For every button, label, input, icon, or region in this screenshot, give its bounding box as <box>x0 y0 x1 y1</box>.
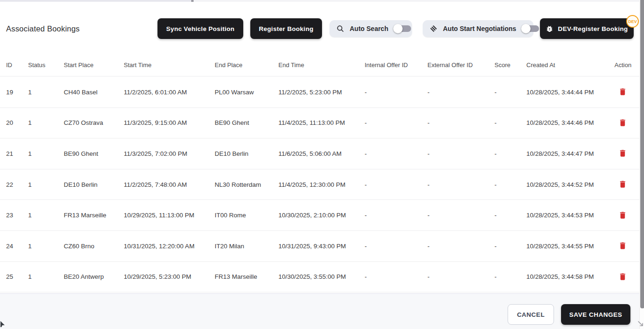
cell-internal-offer-id: - <box>365 243 427 250</box>
cell-external-offer-id: - <box>427 181 494 188</box>
delete-booking-button[interactable] <box>617 210 628 221</box>
cell-id: 20 <box>6 119 28 126</box>
cell-end-place: IT00 Rome <box>215 212 278 219</box>
cell-created-at: 10/28/2025, 3:44:53 PM <box>526 212 614 219</box>
cell-internal-offer-id: - <box>365 119 427 126</box>
cell-end-place: FR13 Marseille <box>215 273 278 280</box>
cell-start-time: 11/3/2025, 9:15:00 AM <box>124 119 215 126</box>
table-row: 25 1 BE20 Antwerp 10/29/2025, 5:23:00 PM… <box>0 262 639 293</box>
cell-end-time: 10/30/2025, 3:55:00 PM <box>278 273 365 280</box>
cell-internal-offer-id: - <box>365 150 427 157</box>
table-row: 19 1 CH40 Basel 11/2/2025, 6:01:00 AM PL… <box>0 77 639 108</box>
cell-created-at: 10/28/2025, 3:44:55 PM <box>526 243 614 250</box>
cell-score: - <box>494 212 526 219</box>
cell-id: 24 <box>6 243 28 250</box>
trash-icon <box>618 214 627 221</box>
cell-start-place: BE90 Ghent <box>64 150 124 157</box>
cell-end-place: NL30 Rotterdam <box>215 181 278 188</box>
cell-status: 1 <box>28 243 64 250</box>
table-row: 21 1 BE90 Ghent 11/3/2025, 7:02:00 PM DE… <box>0 138 639 169</box>
cell-internal-offer-id: - <box>365 212 427 219</box>
cell-start-time: 10/31/2025, 12:20:00 AM <box>124 243 215 250</box>
table-row: 20 1 CZ70 Ostrava 11/3/2025, 9:15:00 AM … <box>0 108 639 139</box>
delete-booking-button[interactable] <box>617 240 628 251</box>
cancel-button[interactable]: CANCEL <box>508 304 554 325</box>
trash-icon <box>618 275 627 283</box>
cell-score: - <box>494 273 526 280</box>
col-header-status: Status <box>28 61 64 69</box>
auto-search-switch[interactable] <box>393 24 411 33</box>
auto-start-negotiations-switch[interactable] <box>521 24 539 33</box>
auto-search-toggle-group[interactable]: Auto Search <box>329 20 412 37</box>
col-header-external-offer-id: External Offer ID <box>427 61 494 69</box>
cell-score: - <box>494 150 526 157</box>
col-header-start-place: Start Place <box>64 61 124 69</box>
cell-start-time: 11/2/2025, 6:01:00 AM <box>124 89 215 96</box>
trash-icon <box>618 152 627 159</box>
col-header-end-time: End Time <box>278 61 365 69</box>
col-header-id: ID <box>6 61 28 69</box>
dev-register-booking-button[interactable]: DEV-Register Booking <box>540 18 634 39</box>
cell-end-place: DE10 Berlin <box>215 150 278 157</box>
cell-external-offer-id: - <box>427 119 494 126</box>
auto-start-negotiations-label: Auto Start Negotiations <box>443 25 516 32</box>
cell-status: 1 <box>28 212 64 219</box>
top-divider-right <box>192 0 644 1</box>
cell-internal-offer-id: - <box>365 89 427 96</box>
cell-id: 21 <box>6 150 28 157</box>
cell-score: - <box>494 119 526 126</box>
cell-start-place: CZ60 Brno <box>64 243 124 250</box>
delete-booking-button[interactable] <box>617 179 628 190</box>
bug-icon <box>546 25 554 33</box>
col-header-score: Score <box>494 61 526 69</box>
cell-created-at: 10/28/2025, 3:44:44 PM <box>526 89 614 96</box>
cell-start-place: FR13 Marseille <box>64 212 124 219</box>
scrollbar-thumb[interactable] <box>640 0 644 308</box>
save-changes-button[interactable]: SAVE CHANGES <box>561 304 630 325</box>
sync-button-label: Sync Vehicle Position <box>166 25 235 32</box>
resize-handle-icon[interactable] <box>637 320 644 329</box>
cell-end-place: BE90 Ghent <box>215 119 278 126</box>
dev-register-button-label: DEV-Register Booking <box>558 25 628 32</box>
cell-external-offer-id: - <box>427 89 494 96</box>
trash-icon <box>618 122 627 129</box>
vertical-scrollbar[interactable] <box>639 0 644 329</box>
table-row: 22 1 DE10 Berlin 11/2/2025, 7:48:00 AM N… <box>0 169 639 200</box>
cell-external-offer-id: - <box>427 150 494 157</box>
cell-id: 22 <box>6 181 28 188</box>
delete-booking-button[interactable] <box>617 271 628 282</box>
mouse-cursor <box>0 320 5 329</box>
cell-end-time: 11/4/2025, 11:13:00 PM <box>278 119 365 126</box>
cell-end-place: PL00 Warsaw <box>215 89 278 96</box>
register-booking-button[interactable]: Register Booking <box>250 18 322 39</box>
delete-booking-button[interactable] <box>617 148 628 159</box>
cell-external-offer-id: - <box>427 212 494 219</box>
cell-status: 1 <box>28 181 64 188</box>
cell-status: 1 <box>28 273 64 280</box>
table-row: 23 1 FR13 Marseille 10/29/2025, 11:13:00… <box>0 200 639 231</box>
cell-external-offer-id: - <box>427 243 494 250</box>
cell-score: - <box>494 89 526 96</box>
associated-bookings-panel: Associated Bookings Sync Vehicle Positio… <box>0 0 644 329</box>
trash-icon <box>618 91 627 98</box>
cell-score: - <box>494 243 526 250</box>
handshake-icon <box>429 24 438 33</box>
table-row: 24 1 CZ60 Brno 10/31/2025, 12:20:00 AM I… <box>0 231 639 262</box>
switch-knob <box>521 24 531 33</box>
delete-booking-button[interactable] <box>617 86 628 97</box>
search-icon <box>336 24 344 33</box>
cell-end-time: 10/31/2025, 9:43:00 PM <box>278 243 365 250</box>
delete-booking-button[interactable] <box>617 117 628 128</box>
sync-vehicle-position-button[interactable]: Sync Vehicle Position <box>157 18 243 39</box>
cell-start-time: 10/29/2025, 5:23:00 PM <box>124 273 215 280</box>
cell-score: - <box>494 181 526 188</box>
col-header-internal-offer-id: Internal Offer ID <box>365 61 427 69</box>
cell-start-place: CH40 Basel <box>64 89 124 96</box>
dev-badge: DEV <box>626 15 639 28</box>
col-header-action: Action <box>614 61 639 69</box>
cell-id: 25 <box>6 273 28 280</box>
header-bar: Associated Bookings Sync Vehicle Positio… <box>0 18 639 39</box>
cell-id: 23 <box>6 212 28 219</box>
auto-start-negotiations-toggle-group[interactable]: Auto Start Negotiations <box>423 20 533 37</box>
cell-start-time: 11/3/2025, 7:02:00 PM <box>124 150 215 157</box>
